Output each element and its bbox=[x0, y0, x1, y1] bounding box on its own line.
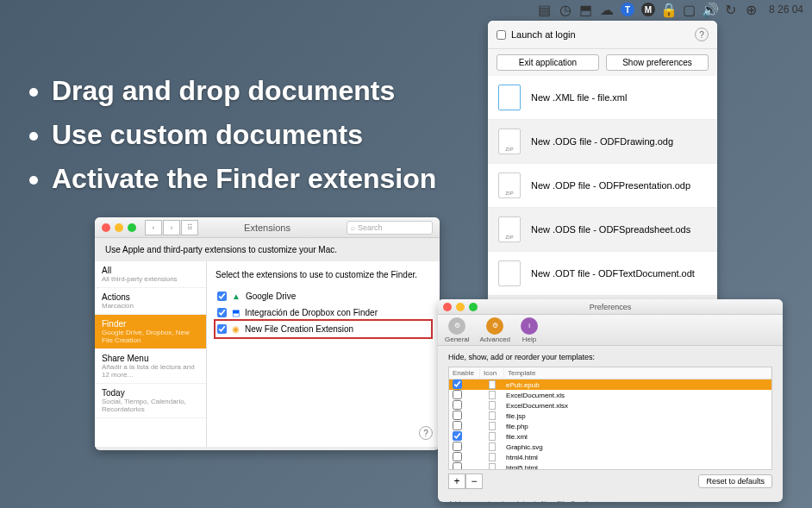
table-row[interactable]: ePub.epub bbox=[449, 379, 771, 390]
enable-checkbox[interactable] bbox=[453, 390, 462, 399]
table-row[interactable]: Graphic.svg bbox=[449, 442, 771, 452]
enable-checkbox[interactable] bbox=[453, 411, 462, 420]
dropbox-icon: ⬒ bbox=[232, 308, 240, 317]
dropdown-item[interactable]: New .ODT file - ODFTextDocument.odt bbox=[488, 252, 717, 296]
extensions-content: Select the extensions to use to customiz… bbox=[207, 261, 440, 447]
table-row[interactable]: file.jsp bbox=[449, 411, 771, 421]
reset-button[interactable]: Reset to defaults bbox=[698, 474, 772, 488]
file-icon: ZIP bbox=[498, 129, 521, 154]
show-preferences-button[interactable]: Show preferences bbox=[606, 54, 709, 71]
enable-checkbox[interactable] bbox=[453, 462, 462, 471]
sidebar-item-share[interactable]: Share MenuAñadir a la lista de lectura a… bbox=[95, 349, 206, 384]
history-icon[interactable]: ↻ bbox=[724, 3, 738, 16]
help-icon[interactable]: ? bbox=[695, 28, 709, 41]
enable-checkbox[interactable] bbox=[453, 400, 462, 410]
display-icon[interactable]: ▢ bbox=[683, 3, 696, 16]
extension-row: ◉ New File Creation Extension bbox=[215, 321, 431, 337]
file-icon bbox=[489, 453, 496, 461]
close-button[interactable] bbox=[443, 303, 452, 311]
gdrive-icon: ▲ bbox=[232, 292, 240, 301]
bullet-3: Activate the Finder extension bbox=[52, 157, 436, 201]
menubar: ▤ ◷ ⬒ ☁ T M 🔒 ▢ 🔊 ↻ ⊕ 8 26 04 bbox=[529, 0, 812, 19]
file-icon bbox=[489, 411, 496, 420]
file-icon: ZIP bbox=[498, 172, 521, 198]
enable-checkbox[interactable] bbox=[453, 452, 462, 461]
enable-checkbox[interactable] bbox=[453, 431, 462, 441]
sidebar-item-all[interactable]: AllAll third-party extensions bbox=[95, 261, 206, 288]
file-icon bbox=[489, 380, 496, 389]
add-button[interactable]: + bbox=[448, 474, 465, 489]
dropdown-item[interactable]: ZIPNew .ODP file - ODFPresentation.odp bbox=[488, 164, 717, 208]
preferences-window: Preferences ⚙General ⚙Advanced iHelp Hid… bbox=[438, 299, 783, 502]
file-icon bbox=[489, 463, 496, 470]
help-icon[interactable]: ? bbox=[419, 426, 433, 440]
table-row[interactable]: html5.html bbox=[449, 462, 771, 470]
sidebar-item-actions[interactable]: ActionsMarcación bbox=[95, 288, 206, 315]
table-row[interactable]: file.xml bbox=[449, 431, 771, 442]
back-button[interactable]: ‹ bbox=[145, 220, 162, 235]
enable-checkbox[interactable] bbox=[453, 442, 462, 451]
exit-application-button[interactable]: Exit application bbox=[497, 54, 599, 71]
enable-checkbox[interactable] bbox=[453, 379, 462, 389]
minimize-button[interactable] bbox=[456, 303, 465, 311]
minimize-button[interactable] bbox=[115, 223, 123, 232]
table-row[interactable]: ExcelDocument.xlsx bbox=[449, 400, 771, 411]
tab-help[interactable]: iHelp bbox=[521, 317, 538, 343]
file-icon bbox=[498, 85, 521, 110]
templates-table: Enable Icon Template ePub.epubExcelDocum… bbox=[448, 367, 772, 470]
search-input[interactable]: ⌕ Search bbox=[347, 221, 433, 235]
file-icon: ZIP bbox=[498, 216, 521, 242]
tab-advanced[interactable]: ⚙Advanced bbox=[479, 317, 510, 343]
document-icon[interactable]: ▤ bbox=[538, 3, 552, 16]
extension-checkbox[interactable] bbox=[217, 324, 227, 334]
dropdown-header: Launch at login ? bbox=[488, 21, 717, 49]
clock-icon[interactable]: ◷ bbox=[559, 3, 572, 16]
extension-checkbox[interactable] bbox=[217, 308, 227, 317]
cloud-icon[interactable]: ☁ bbox=[600, 3, 614, 16]
extension-checkbox[interactable] bbox=[217, 292, 227, 301]
t-icon[interactable]: T bbox=[621, 3, 634, 16]
launch-at-login-checkbox[interactable] bbox=[497, 30, 506, 40]
lock-icon[interactable]: 🔒 bbox=[662, 3, 676, 16]
general-icon: ⚙ bbox=[448, 317, 465, 335]
enable-checkbox[interactable] bbox=[453, 421, 462, 430]
m-icon[interactable]: M bbox=[641, 3, 655, 16]
dropdown-item[interactable]: ZIPNew .ODG file - ODFDrawing.odg bbox=[488, 120, 717, 164]
extension-row: ▲ Google Drive bbox=[215, 288, 431, 304]
dropdown-item[interactable]: ZIPNew .ODS file - ODFSpreadsheet.ods bbox=[488, 208, 717, 252]
forward-button[interactable]: › bbox=[163, 220, 180, 235]
titlebar: ‹ › ⠿ Extensions ⌕ Search bbox=[95, 217, 440, 238]
tab-general[interactable]: ⚙General bbox=[445, 317, 469, 343]
window-subtitle: Use Apple and third-party extensions to … bbox=[95, 238, 440, 261]
close-button[interactable] bbox=[102, 223, 110, 232]
sidebar-item-finder[interactable]: FinderGoogle Drive, Dropbox, New File Cr… bbox=[95, 315, 206, 349]
zoom-button[interactable] bbox=[469, 303, 478, 311]
templates-label: Hide, show, add or reorder your template… bbox=[448, 353, 772, 361]
sidebar-item-today[interactable]: TodaySocial, Tiempo, Calendario, Recorda… bbox=[95, 384, 206, 418]
window-title: Preferences bbox=[590, 303, 632, 311]
newfile-icon: ◉ bbox=[232, 324, 240, 334]
zoom-button[interactable] bbox=[128, 223, 136, 232]
nav-buttons: ‹ › ⠿ bbox=[145, 220, 198, 235]
file-icon bbox=[489, 442, 496, 451]
table-row[interactable]: ExcelDocument.xls bbox=[449, 390, 771, 400]
table-header: Enable Icon Template bbox=[449, 367, 771, 379]
window-title: Extensions bbox=[244, 223, 290, 233]
dropbox-icon[interactable]: ⬒ bbox=[579, 3, 593, 16]
toggle-icon[interactable]: ⊕ bbox=[745, 3, 759, 16]
titlebar: Preferences bbox=[438, 299, 783, 315]
sidebar: AllAll third-party extensions ActionsMar… bbox=[95, 261, 207, 447]
table-row[interactable]: html4.html bbox=[449, 452, 771, 462]
bullet-1: Drag and drop documents bbox=[52, 69, 436, 113]
table-row[interactable]: file.php bbox=[449, 421, 771, 431]
remove-button[interactable]: − bbox=[465, 474, 483, 489]
advanced-icon: ⚙ bbox=[486, 317, 503, 335]
footer-text: Add your custom templates to New File Cr… bbox=[438, 496, 783, 502]
grid-button[interactable]: ⠿ bbox=[181, 220, 198, 235]
file-icon bbox=[489, 422, 496, 430]
menubar-clock[interactable]: 8 26 04 bbox=[769, 3, 803, 16]
marketing-bullets: Drag and drop documents Use custom docum… bbox=[26, 69, 436, 202]
volume-icon[interactable]: 🔊 bbox=[703, 3, 717, 16]
dropdown-item[interactable]: New .XML file - file.xml bbox=[488, 76, 717, 120]
traffic-lights bbox=[102, 223, 136, 232]
